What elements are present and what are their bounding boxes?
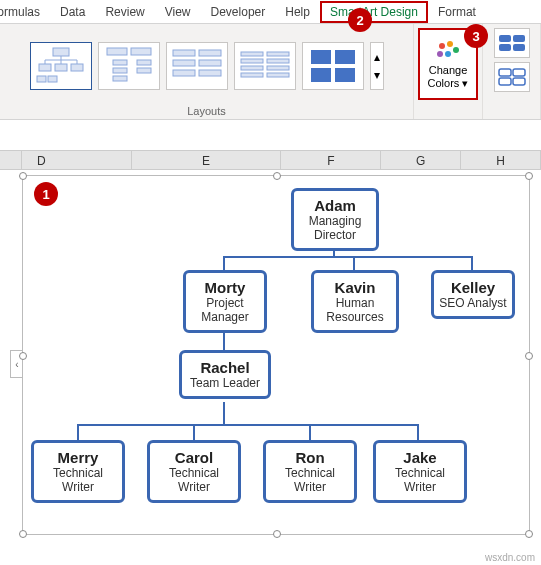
svg-rect-25 [267,52,289,56]
change-colors-button[interactable]: 3 Change Colors ▾ [418,28,478,100]
ribbon-group-styles [483,24,541,119]
org-node-morty[interactable]: Morty Project Manager [183,270,267,333]
svg-rect-18 [173,50,195,56]
smartart-style-1[interactable] [494,28,530,58]
node-name: Kelley [438,279,508,296]
layout-option-5[interactable] [302,42,364,90]
org-node-adam[interactable]: Adam Managing Director [291,188,379,251]
ribbon-group-layouts: ▴ ▾ Layouts [0,24,414,119]
resize-handle-w[interactable] [19,352,27,360]
svg-rect-21 [199,60,221,66]
node-name: Adam [298,197,372,214]
layouts-gallery-more[interactable]: ▴ ▾ [370,42,384,90]
svg-rect-2 [55,64,67,71]
org-node-carol[interactable]: Carol Technical Writer [147,440,241,503]
node-title: Managing Director [298,214,372,242]
svg-rect-42 [513,35,525,42]
layout-option-4[interactable] [234,42,296,90]
ribbon-group-change-colors: 3 Change Colors ▾ [414,24,483,119]
node-title: Project Manager [190,296,260,324]
svg-rect-5 [48,76,57,82]
resize-handle-e[interactable] [525,352,533,360]
tab-review[interactable]: Review [95,1,154,23]
org-node-rachel[interactable]: Rachel Team Leader [179,350,271,399]
org-node-kelley[interactable]: Kelley SEO Analyst [431,270,515,319]
node-name: Merry [38,449,118,466]
svg-point-39 [445,51,451,57]
connector [309,424,311,440]
svg-rect-16 [137,68,151,73]
smartart-style-2[interactable] [494,62,530,92]
connector [77,424,79,440]
tab-view[interactable]: View [155,1,201,23]
chevron-left-icon: ‹ [15,359,18,370]
svg-rect-19 [199,50,221,56]
col-header-d[interactable]: D [0,151,132,169]
svg-rect-1 [39,64,51,71]
org-node-jake[interactable]: Jake Technical Writer [373,440,467,503]
svg-rect-20 [173,60,195,66]
tab-smartart-design[interactable]: SmartArt Design [320,1,428,23]
node-title: Technical Writer [380,466,460,494]
svg-rect-33 [335,50,355,64]
node-name: Morty [190,279,260,296]
layouts-group-label: Layouts [187,103,226,117]
org-node-kavin[interactable]: Kavin Human Resources [311,270,399,333]
step-badge-2: 2 [348,8,372,32]
smartart-canvas[interactable]: Adam Managing Director Morty Project Man… [22,175,530,535]
connector [223,402,225,424]
node-name: Jake [380,449,460,466]
svg-rect-15 [113,68,127,73]
resize-handle-nw[interactable] [19,172,27,180]
ribbon-tabs: Formulas Data Review View Developer Help… [0,0,541,24]
resize-handle-se[interactable] [525,530,533,538]
resize-handle-ne[interactable] [525,172,533,180]
node-title: Technical Writer [270,466,350,494]
svg-rect-12 [131,48,151,55]
svg-rect-44 [513,44,525,51]
col-header-e[interactable]: E [132,151,282,169]
connector [471,256,473,270]
node-name: Kavin [318,279,392,296]
chevron-down-icon: ▾ [374,68,380,82]
color-palette-icon [434,38,462,62]
svg-rect-14 [137,60,151,65]
tab-data[interactable]: Data [50,1,95,23]
svg-rect-11 [107,48,127,55]
svg-rect-30 [241,73,263,77]
node-title: SEO Analyst [438,296,508,310]
org-node-ron[interactable]: Ron Technical Writer [263,440,357,503]
connector [223,256,225,270]
tab-formulas[interactable]: Formulas [0,1,50,23]
column-headers: D E F G H [0,150,541,170]
change-colors-label-1: Change [428,64,469,77]
connector [417,424,419,440]
watermark: wsxdn.com [485,552,535,563]
svg-rect-24 [241,52,263,56]
col-header-g[interactable]: G [381,151,461,169]
node-title: Technical Writer [38,466,118,494]
svg-rect-28 [241,66,263,70]
node-title: Team Leader [186,376,264,390]
col-header-f[interactable]: F [281,151,381,169]
tab-help[interactable]: Help [275,1,320,23]
col-header-h[interactable]: H [461,151,541,169]
layout-option-3[interactable] [166,42,228,90]
svg-rect-13 [113,60,127,65]
org-node-merry[interactable]: Merry Technical Writer [31,440,125,503]
layout-option-1[interactable] [30,42,92,90]
svg-point-38 [453,47,459,53]
svg-rect-4 [37,76,46,82]
resize-handle-n[interactable] [273,172,281,180]
resize-handle-sw[interactable] [19,530,27,538]
chevron-down-icon: ▾ [462,77,468,89]
tab-format[interactable]: Format [428,1,486,23]
svg-rect-23 [199,70,221,76]
layout-option-2[interactable] [98,42,160,90]
svg-rect-35 [335,68,355,82]
resize-handle-s[interactable] [273,530,281,538]
svg-rect-3 [71,64,83,71]
svg-rect-22 [173,70,195,76]
tab-developer[interactable]: Developer [201,1,276,23]
node-name: Carol [154,449,234,466]
